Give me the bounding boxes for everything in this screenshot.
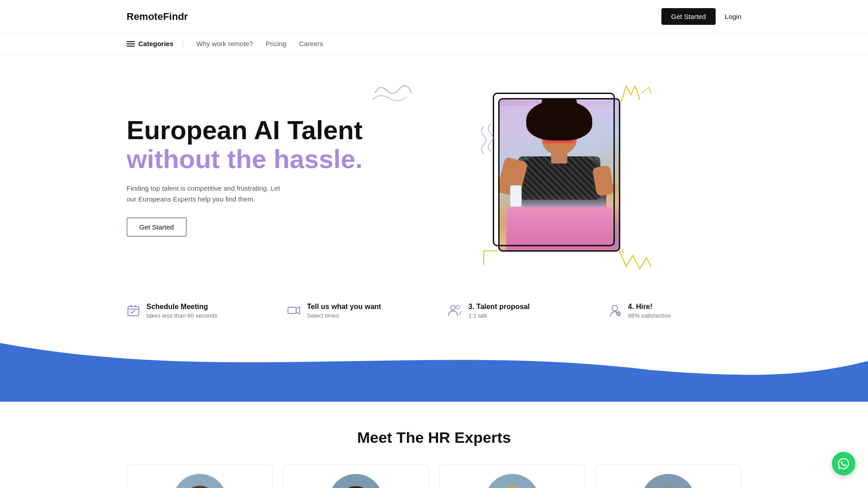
svg-point-5: [456, 305, 460, 309]
expert-card-1: [127, 465, 273, 488]
expert-card-2: [283, 465, 429, 488]
step-tell-us-content: Tell us what you want Select times: [307, 303, 381, 319]
step-tell-us-subtitle: Select times: [307, 312, 381, 319]
step-hire-subtitle: 98% satisfaction: [628, 312, 671, 319]
expert-card-3: [439, 465, 585, 488]
step-talent-proposal-title: 3. Talent proposal: [468, 303, 530, 311]
corner-bl-icon: [479, 249, 502, 267]
svg-rect-2: [135, 305, 136, 307]
nav: Categories Why work remote? Pricing Care…: [0, 33, 868, 54]
nav-link-why-work-remote[interactable]: Why work remote?: [197, 40, 253, 47]
hero-title-main: European AI Talent: [127, 116, 380, 145]
categories-menu[interactable]: Categories: [127, 40, 183, 47]
scribble-top-left-icon: [371, 79, 416, 106]
meet-section: Meet The HR Experts: [0, 402, 868, 488]
people-icon: [448, 304, 462, 320]
video-icon: [287, 304, 301, 320]
expert-avatar-1: [173, 474, 227, 488]
nav-link-careers[interactable]: Careers: [299, 40, 323, 47]
corner-tl-icon: [619, 84, 656, 106]
hire-icon: [608, 304, 622, 320]
step-schedule-content: Schedule Meeting takes less than 60 seco…: [146, 303, 217, 319]
svg-rect-1: [131, 305, 132, 307]
get-started-button-header[interactable]: Get Started: [661, 8, 716, 25]
svg-point-16: [329, 474, 383, 488]
step-schedule: Schedule Meeting takes less than 60 seco…: [127, 303, 260, 320]
schedule-icon: [127, 304, 140, 320]
expert-avatar-4: [641, 474, 695, 488]
step-tell-us-title: Tell us what you want: [307, 303, 381, 311]
step-hire-title: 4. Hire!: [628, 303, 671, 311]
meet-title: Meet The HR Experts: [127, 429, 741, 446]
step-hire-content: 4. Hire! 98% satisfaction: [628, 303, 671, 319]
step-talent-proposal-content: 3. Talent proposal 1:1 talk: [468, 303, 530, 319]
hero-image-area: [380, 93, 741, 260]
step-talent-proposal-subtitle: 1:1 talk: [468, 312, 530, 319]
login-button[interactable]: Login: [725, 13, 741, 20]
wave-divider: [0, 343, 868, 402]
waveform-left-icon: [468, 120, 495, 156]
svg-point-36: [641, 474, 695, 488]
step-schedule-subtitle: takes less than 60 seconds: [146, 312, 217, 319]
svg-rect-3: [288, 307, 296, 314]
expert-card-4: [595, 465, 742, 488]
get-started-button-hero[interactable]: Get Started: [127, 217, 187, 237]
hero-section: European AI Talent without the hassle. F…: [0, 54, 868, 289]
svg-point-6: [612, 305, 618, 311]
corner-br-icon: [615, 246, 656, 273]
svg-rect-0: [128, 306, 139, 316]
header-actions: Get Started Login: [661, 8, 741, 25]
step-schedule-title: Schedule Meeting: [146, 303, 217, 311]
nav-link-pricing[interactable]: Pricing: [266, 40, 287, 47]
svg-point-26: [485, 474, 539, 488]
hero-description: Finding top talent is competitive and fr…: [127, 183, 280, 205]
hamburger-icon: [127, 41, 135, 47]
hero-title-sub: without the hassle.: [127, 145, 380, 174]
header: RemoteFindr Get Started Login: [0, 0, 868, 33]
nav-links: Why work remote? Pricing Careers: [197, 40, 323, 47]
experts-grid: [127, 465, 741, 488]
step-hire: 4. Hire! 98% satisfaction: [608, 303, 741, 320]
steps-section: Schedule Meeting takes less than 60 seco…: [0, 289, 868, 343]
logo: RemoteFindr: [127, 11, 188, 23]
svg-point-4: [451, 305, 455, 310]
categories-label: Categories: [138, 40, 174, 47]
step-talent-proposal: 3. Talent proposal 1:1 talk: [448, 303, 581, 320]
expert-avatar-2: [329, 474, 383, 488]
hero-content: European AI Talent without the hassle. F…: [127, 116, 380, 237]
whatsapp-button[interactable]: [832, 452, 855, 475]
step-tell-us: Tell us what you want Select times: [287, 303, 420, 320]
expert-avatar-3: [485, 474, 539, 488]
